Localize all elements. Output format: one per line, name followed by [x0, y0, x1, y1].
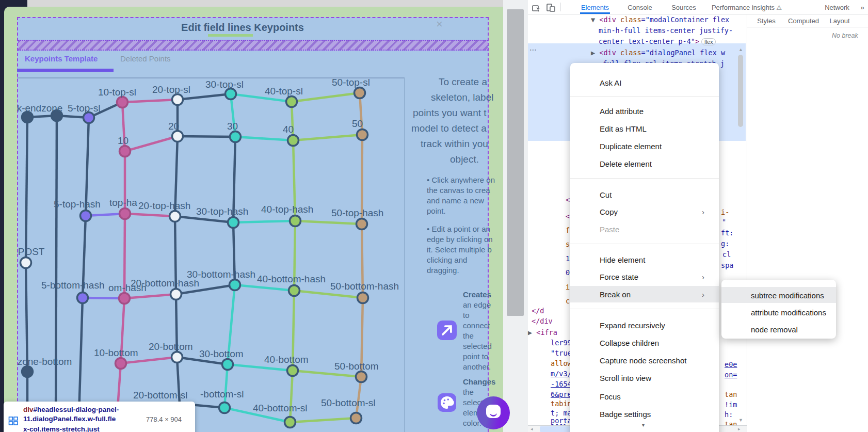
- code-line-28[interactable]: ft:: [721, 230, 733, 237]
- keypoint-30-bottom-hash[interactable]: [230, 280, 240, 291]
- code-line-23[interactable]: t; ma: [551, 410, 572, 417]
- elements-scroll-down-icon[interactable]: ▼: [738, 418, 743, 423]
- keypoint-20-bottom-hash[interactable]: [171, 289, 182, 300]
- submenu-item-subtree-modifications[interactable]: subtree modifications: [751, 291, 824, 300]
- keypoint-50-bottom-hash[interactable]: [358, 293, 368, 303]
- devtools-tab-»[interactable]: »: [860, 4, 864, 11]
- keypoint-20-bottom[interactable]: [172, 352, 183, 363]
- code-line-13[interactable]: </d: [532, 308, 544, 315]
- sidebar-tab-computed[interactable]: Computed: [788, 17, 819, 25]
- menu-item-hide-element[interactable]: Hide element: [600, 255, 645, 264]
- menu-item-capture-node-screenshot[interactable]: Capture node screenshot: [600, 356, 686, 365]
- keypoint-40-bottom-hash[interactable]: [289, 285, 300, 296]
- code-line-3[interactable]: ▶ <div class="dialogPanel flex w: [591, 50, 725, 57]
- chat-launcher-button[interactable]: [477, 396, 510, 429]
- keypoint-5-top-sl[interactable]: [84, 113, 94, 123]
- keypoint-5-bottom-hash[interactable]: [77, 293, 88, 303]
- menu-item-add-attribute[interactable]: Add attribute: [600, 107, 644, 116]
- keypoint-50-top-sl[interactable]: [355, 88, 365, 99]
- menu-item-edit-as-html[interactable]: Edit as HTML: [600, 124, 647, 133]
- edge-t30-u30[interactable]: [224, 364, 228, 408]
- edge-t40-u40[interactable]: [290, 371, 293, 422]
- keypoint-50-bottom-sl[interactable]: [351, 413, 362, 424]
- more-actions-ellipsis[interactable]: ⋯: [529, 45, 537, 54]
- code-line-31[interactable]: spa: [721, 262, 733, 269]
- submenu-item-node-removal[interactable]: node removal: [751, 325, 798, 334]
- code-line-15[interactable]: ▶ <ifra: [528, 329, 557, 337]
- code-line-16[interactable]: ler99: [551, 340, 572, 347]
- code-line-0[interactable]: ▼ <div class="modalContainer flex: [591, 17, 729, 24]
- code-line-30[interactable]: cl: [722, 251, 731, 259]
- edge-t30-t40[interactable]: [228, 364, 293, 371]
- keypoint-20[interactable]: [172, 131, 183, 142]
- keypoint-10[interactable]: [120, 146, 131, 157]
- code-line-19[interactable]: m/v3/: [551, 371, 572, 378]
- devtools-tab-console[interactable]: Console: [628, 4, 652, 11]
- code-line-6[interactable]: <: [566, 213, 570, 220]
- code-line-26[interactable]: i-: [721, 209, 729, 216]
- code-line-12[interactable]: c: [566, 298, 570, 305]
- code-line-7[interactable]: f: [566, 227, 570, 234]
- keypoint-top-ha[interactable]: [120, 209, 131, 219]
- edge-h40-h50[interactable]: [295, 221, 362, 224]
- code-line-1[interactable]: min-h-full items-center justify-: [599, 27, 733, 35]
- edge-b10-b20[interactable]: [124, 294, 176, 298]
- edge-fg-ezb[interactable]: [26, 263, 27, 372]
- edge-n40-n50[interactable]: [293, 135, 362, 140]
- keypoint-40-bottom[interactable]: [287, 365, 298, 376]
- code-line-10[interactable]: 0: [566, 269, 570, 277]
- sidebar-tab-layout[interactable]: Layout: [829, 17, 849, 25]
- keypoint-50-top-hash[interactable]: [357, 219, 367, 230]
- code-line-8[interactable]: s: [566, 241, 570, 248]
- menu-item-focus[interactable]: Focus: [600, 392, 621, 401]
- tab-keypoints-template[interactable]: Keypoints Template: [25, 54, 98, 63]
- edge-ez2-pB[interactable]: [56, 116, 57, 432]
- edge-u40-u50[interactable]: [290, 418, 356, 422]
- keypoint-50[interactable]: [357, 130, 368, 140]
- keypoint-10-top-sl[interactable]: [117, 97, 128, 108]
- code-line-20[interactable]: -1654: [551, 381, 572, 388]
- menu-item-badge-settings[interactable]: Badge settings: [600, 410, 651, 419]
- edge-n30-n40[interactable]: [235, 137, 293, 140]
- code-line-36[interactable]: h:: [725, 411, 733, 419]
- code-line-14[interactable]: </div: [532, 318, 553, 325]
- code-line-32[interactable]: e0e: [725, 361, 737, 369]
- menu-item-force-state[interactable]: Force state: [600, 273, 638, 281]
- edge-b30-b40[interactable]: [235, 285, 294, 291]
- sidebar-tab-styles[interactable]: Styles: [757, 17, 775, 25]
- keypoint-20-top-sl[interactable]: [172, 94, 183, 105]
- menu-item-collapse-children[interactable]: Collapse children: [600, 339, 659, 347]
- edge-h30-h40[interactable]: [233, 221, 295, 222]
- create-edge-button[interactable]: [437, 321, 457, 340]
- keypoint-40[interactable]: [288, 135, 299, 146]
- devtools-tab-performance-insights[interactable]: Performance insights ⚠: [712, 4, 782, 11]
- close-icon[interactable]: ×: [436, 19, 443, 30]
- inspect-element-icon[interactable]: [532, 3, 541, 12]
- edge-n10-n20[interactable]: [125, 136, 178, 151]
- keypoint-endzone-bottom[interactable]: [22, 366, 33, 377]
- edge-s10-s20[interactable]: [122, 100, 178, 102]
- breadcrumb-left-icon[interactable]: ◂: [531, 427, 533, 431]
- menu-item-duplicate-element[interactable]: Duplicate element: [600, 142, 662, 151]
- menu-item-delete-element[interactable]: Delete element: [600, 159, 652, 168]
- keypoint-20-top-hash[interactable]: [170, 211, 181, 222]
- elements-scrollbar-thumb[interactable]: [738, 55, 743, 127]
- code-line-17[interactable]: "true: [551, 350, 572, 357]
- keypoints-canvas[interactable]: back-endzone5-top-sl10-top-sl20-top-sl30…: [17, 77, 404, 432]
- keypoint-40-top-sl[interactable]: [286, 97, 297, 107]
- menu-item-ask-ai[interactable]: Ask AI: [600, 78, 622, 87]
- menu-item-paste[interactable]: Paste: [600, 225, 619, 234]
- change-color-button[interactable]: [438, 393, 456, 412]
- code-line-35[interactable]: !im: [725, 402, 737, 409]
- menu-item-copy[interactable]: Copy: [600, 207, 618, 216]
- code-line-29[interactable]: g:: [721, 241, 729, 248]
- code-line-18[interactable]: allow: [551, 360, 572, 367]
- keypoint-40-top-hash[interactable]: [290, 216, 301, 227]
- devtools-tab-sources[interactable]: Sources: [671, 4, 696, 11]
- code-line-2[interactable]: center text-center p-4">flex: [599, 38, 716, 45]
- keypoint-30-bottom[interactable]: [222, 359, 233, 370]
- code-line-22[interactable]: tabin: [551, 401, 572, 408]
- menu-item-break-on[interactable]: Break on: [600, 290, 631, 299]
- keypoint-u30[interactable]: [219, 403, 230, 413]
- devtools-tab-elements[interactable]: Elements: [581, 4, 609, 11]
